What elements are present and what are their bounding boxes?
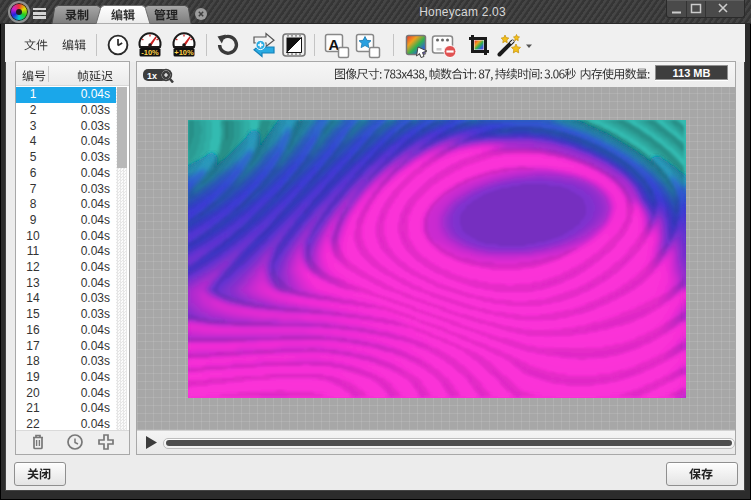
svg-text:+10%: +10%: [174, 48, 194, 57]
svg-text:-10%: -10%: [141, 48, 159, 57]
svg-text:1x: 1x: [147, 71, 157, 81]
